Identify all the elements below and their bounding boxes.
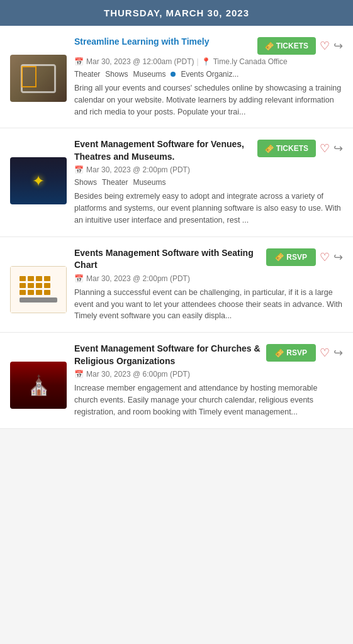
event-actions: 🎫 TICKETS ♡ ↪ (257, 140, 343, 157)
event-tag: Events Organiz... (181, 70, 238, 79)
event-tag: Museums (133, 70, 165, 79)
separator: | (197, 57, 199, 66)
event-card: Events Management Software with Seating … (0, 237, 353, 333)
event-tags: ShowsTheaterMuseums (74, 178, 343, 187)
event-header-row: Events Management Software with Seating … (74, 247, 343, 272)
event-content: Event Management Software for Venues, Th… (74, 138, 343, 226)
event-location: Time.ly Canada Office (213, 57, 288, 66)
event-meta: 📅 Mar 30, 2023 @ 6:00pm (PDT) (74, 370, 343, 379)
event-meta: 📅 Mar 30, 2023 @ 2:00pm (PDT) (74, 274, 343, 283)
event-thumbnail (10, 362, 67, 409)
events-container: Streamline Learning with Timely 🎫 TICKET… (0, 26, 353, 429)
event-date: Mar 30, 2023 @ 2:00pm (PDT) (86, 165, 190, 174)
event-tags: TheaterShowsMuseumsEvents Organiz... (74, 70, 343, 79)
event-content: Event Management Software for Churches &… (74, 343, 343, 418)
location-icon: 📍 (201, 57, 211, 66)
event-meta: 📅 Mar 30, 2023 @ 12:00am (PDT) | 📍 Time.… (74, 57, 343, 66)
favorite-icon[interactable]: ♡ (320, 143, 330, 154)
event-header-row: Streamline Learning with Timely 🎫 TICKET… (74, 36, 343, 55)
event-title: Event Management Software for Venues, Th… (74, 138, 252, 163)
tickets-button[interactable]: 🎫 TICKETS (257, 37, 316, 55)
date-label: THURSDAY, MARCH 30, 2023 (104, 8, 249, 18)
event-tag: Theater (102, 178, 128, 187)
tickets-button[interactable]: 🎫 TICKETS (257, 140, 316, 157)
event-date: Mar 30, 2023 @ 12:00am (PDT) (86, 57, 194, 66)
favorite-icon[interactable]: ♡ (320, 252, 330, 263)
event-tag: Theater (74, 70, 100, 79)
rsvp-button[interactable]: 🎫 RSVP (266, 344, 316, 362)
ticket-icon: 🎫 (274, 347, 286, 359)
event-actions: 🎫 RSVP ♡ ↪ (266, 248, 343, 266)
event-content: Events Management Software with Seating … (74, 247, 343, 322)
share-icon[interactable]: ↪ (333, 347, 343, 358)
event-description: Increase member engagement and attendanc… (74, 382, 343, 418)
event-meta: 📅 Mar 30, 2023 @ 2:00pm (PDT) (74, 165, 343, 174)
share-icon[interactable]: ↪ (333, 143, 343, 154)
favorite-icon[interactable]: ♡ (320, 40, 330, 52)
event-title: Events Management Software with Seating … (74, 247, 261, 272)
ticket-icon: 🎫 (263, 143, 275, 155)
event-actions: 🎫 TICKETS ♡ ↪ (257, 37, 343, 55)
event-thumbnail (10, 157, 67, 204)
calendar-icon: 📅 (74, 57, 84, 66)
event-date: Mar 30, 2023 @ 2:00pm (PDT) (86, 274, 190, 283)
event-description: Besides being extremely easy to adopt an… (74, 191, 343, 226)
event-header-row: Event Management Software for Venues, Th… (74, 138, 343, 163)
event-date: Mar 30, 2023 @ 6:00pm (PDT) (86, 370, 190, 379)
event-tag: Museums (133, 178, 165, 187)
calendar-icon: 📅 (74, 370, 84, 379)
event-content: Streamline Learning with Timely 🎫 TICKET… (74, 36, 343, 118)
ticket-icon: 🎫 (263, 40, 275, 52)
ticket-icon: 🎫 (274, 251, 286, 263)
calendar-icon: 📅 (74, 165, 84, 174)
event-card: Event Management Software for Venues, Th… (0, 128, 353, 236)
event-card: Streamline Learning with Timely 🎫 TICKET… (0, 26, 353, 128)
event-title: Event Management Software for Churches &… (74, 343, 261, 367)
calendar-icon: 📅 (74, 274, 84, 283)
event-card: Event Management Software for Churches &… (0, 333, 353, 428)
event-thumbnail (10, 266, 67, 313)
event-tag: Shows (105, 70, 128, 79)
tag-dot (171, 72, 176, 77)
date-header: THURSDAY, MARCH 30, 2023 (0, 0, 353, 26)
event-description: Bring all your events and courses' sched… (74, 82, 343, 118)
event-thumbnail (10, 55, 67, 102)
favorite-icon[interactable]: ♡ (320, 347, 330, 358)
event-actions: 🎫 RSVP ♡ ↪ (266, 344, 343, 362)
event-description: Planning a successful event can be chall… (74, 287, 343, 322)
rsvp-button[interactable]: 🎫 RSVP (266, 248, 316, 266)
event-header-row: Event Management Software for Churches &… (74, 343, 343, 367)
share-icon[interactable]: ↪ (333, 252, 343, 263)
share-icon[interactable]: ↪ (333, 40, 343, 52)
event-tag: Shows (74, 178, 97, 187)
event-title: Streamline Learning with Timely (74, 36, 252, 48)
